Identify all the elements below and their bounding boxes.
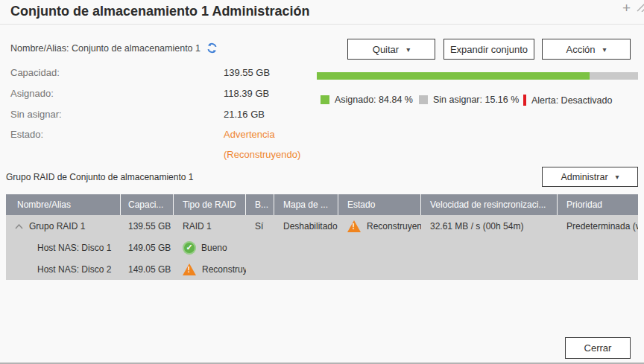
expand-pool-button[interactable]: Expandir conjunto	[443, 39, 534, 60]
col-map[interactable]: Mapa de ...	[274, 194, 338, 215]
raid-table-header: Nombre/Alias Capaci... Tipo de RAID B...…	[6, 194, 638, 215]
usage-bar	[317, 72, 638, 80]
legend-unallocated-label: Sin asignar: 15.16 %	[433, 95, 519, 105]
raid-group-priority: Predeterminada (ve	[558, 215, 638, 237]
raid-group-type: RAID 1	[174, 215, 246, 237]
allocated-swatch-icon	[321, 95, 329, 104]
raid-table: Nombre/Alias Capaci... Tipo de RAID B...…	[6, 194, 638, 280]
raid-group-name: Grupo RAID 1	[29, 221, 85, 232]
raid-group-status-cell: ! Reconstruyendo	[338, 215, 421, 237]
chevron-down-icon: ▾	[603, 45, 607, 54]
remove-button-label: Quitar	[373, 44, 399, 55]
col-bitmap[interactable]: B...	[246, 194, 274, 215]
legend-alert: Alerta: Desactivado	[523, 95, 612, 106]
table-row-disk-2[interactable]: Host NAS: Disco 2 149.05 GB ! Reconstruy	[6, 258, 638, 280]
manage-button-label: Administrar	[561, 172, 607, 182]
raid-group-status: Reconstruyendo	[367, 221, 421, 232]
raid-group-bitmap: Sí	[246, 215, 274, 237]
table-row-raid-group[interactable]: Grupo RAID 1 139.55 GB RAID 1 Sí Deshabi…	[6, 215, 638, 237]
alert-swatch-icon	[523, 95, 526, 106]
collapse-chevron-icon[interactable]	[15, 221, 23, 232]
disk2-status: Reconstruy	[202, 264, 246, 275]
raid-table-body: Grupo RAID 1 139.55 GB RAID 1 Sí Deshabi…	[6, 215, 638, 280]
disk1-status-cell: ✓ Bueno	[174, 237, 246, 258]
pool-name-label: Nombre/Alias: Conjunto de almacenamiento…	[10, 43, 201, 54]
stat-capacity-label: Capacidad:	[10, 67, 224, 78]
raid-group-map: Deshabilitado	[274, 215, 338, 237]
warning-icon: !	[347, 220, 361, 232]
col-priority[interactable]: Prioridad	[558, 194, 638, 215]
stat-status: Estado:Advertencia	[10, 129, 275, 140]
stat-capacity: Capacidad:139.55 GB	[10, 67, 270, 78]
stat-unallocated: Sin asignar:21.16 GB	[10, 109, 265, 120]
disk1-status: Bueno	[201, 243, 227, 253]
disk1-name: Host NAS: Disco 1	[6, 237, 121, 258]
chevron-down-icon: ▾	[406, 45, 410, 54]
unallocated-swatch-icon	[419, 95, 428, 104]
raid-section-title: Grupo RAID de Conjunto de almacenamiento…	[6, 172, 193, 182]
stat-allocated-label: Asignado:	[10, 88, 224, 99]
disk2-capacity: 149.05 GB	[121, 258, 174, 280]
plus-icon[interactable]: +	[622, 1, 631, 16]
stat-capacity-value: 139.55 GB	[224, 67, 270, 78]
col-capacity[interactable]: Capaci...	[121, 194, 174, 215]
expand-pool-button-label: Expandir conjunto	[450, 44, 528, 55]
col-name[interactable]: Nombre/Alias	[6, 194, 121, 215]
refresh-icon[interactable]	[206, 42, 218, 54]
warning-icon: !	[183, 264, 196, 275]
stat-allocated: Asignado:118.39 GB	[10, 88, 269, 99]
stat-status-label: Estado:	[10, 129, 224, 140]
col-resync-speed[interactable]: Velocidad de resincronizaci...	[421, 194, 558, 215]
action-button[interactable]: Acción ▾	[542, 39, 631, 60]
stat-unallocated-label: Sin asignar:	[10, 109, 224, 120]
close-button-label: Cerrar	[584, 342, 612, 354]
disk2-status-cell: ! Reconstruy	[174, 258, 246, 280]
check-icon: ✓	[183, 241, 196, 255]
chevron-down-icon: ▾	[616, 173, 619, 181]
legend-unallocated: Sin asignar: 15.16 %	[419, 95, 519, 105]
manage-button[interactable]: Administrar ▾	[542, 167, 638, 187]
storage-pool-dialog: Conjunto de almacenamiento 1 Administrac…	[0, 0, 644, 364]
close-button[interactable]: Cerrar	[565, 337, 631, 359]
raid-group-capacity: 139.55 GB	[121, 215, 174, 237]
disk1-capacity: 149.05 GB	[121, 237, 174, 258]
disk2-name: Host NAS: Disco 2	[6, 258, 121, 280]
resize-grip-icon[interactable]	[637, 1, 644, 15]
pool-name-row: Nombre/Alias: Conjunto de almacenamiento…	[10, 42, 218, 54]
raid-group-name-cell[interactable]: Grupo RAID 1	[6, 215, 121, 237]
remove-button[interactable]: Quitar ▾	[347, 39, 435, 60]
action-button-label: Acción	[566, 44, 595, 55]
usage-bar-fill	[317, 72, 590, 80]
col-raid-type[interactable]: Tipo de RAID	[174, 194, 246, 215]
stat-allocated-value: 118.39 GB	[224, 88, 269, 99]
stat-status-value: Advertencia	[224, 129, 275, 140]
col-status[interactable]: Estado	[338, 194, 421, 215]
legend-allocated: Asignado: 84.84 %	[321, 95, 413, 105]
page-title: Conjunto de almacenamiento 1 Administrac…	[10, 4, 309, 19]
legend-alert-label: Alerta: Desactivado	[531, 95, 612, 106]
raid-group-resync-speed: 32.61 MB / s (00h 54m)	[421, 215, 558, 237]
stat-unallocated-value: 21.16 GB	[224, 109, 265, 120]
stat-status-value2: (Reconstruyendo)	[224, 149, 300, 160]
table-row-disk-1[interactable]: Host NAS: Disco 1 149.05 GB ✓ Bueno	[6, 237, 638, 258]
legend-allocated-label: Asignado: 84.84 %	[335, 95, 413, 105]
title-divider	[0, 24, 644, 25]
